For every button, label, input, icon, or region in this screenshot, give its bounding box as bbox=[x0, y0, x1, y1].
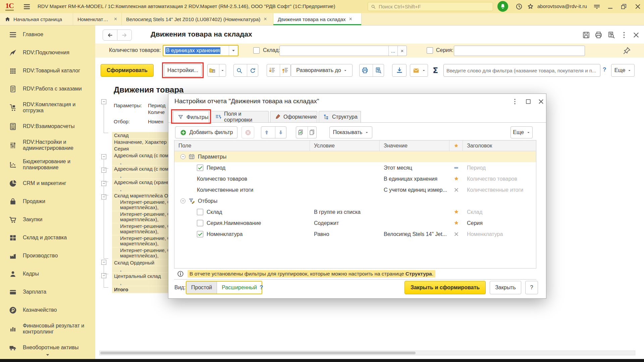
sidebar-item-treasury[interactable]: Казначейство bbox=[0, 301, 95, 319]
view-advanced-button[interactable]: Расширенный bbox=[217, 282, 262, 294]
sidebar-item-rdv-admin[interactable]: RDV:Настройки и администрирование bbox=[0, 135, 95, 155]
sidebar-item-rdv-shipping[interactable]: RDV:Комплектация и отгрузка bbox=[0, 98, 95, 117]
usage-cell[interactable] bbox=[449, 209, 463, 215]
check-all-button[interactable] bbox=[296, 127, 305, 138]
close-report-icon[interactable] bbox=[632, 31, 640, 39]
collapse-toggle-icon[interactable]: − bbox=[180, 198, 185, 203]
scrollbar-thumb[interactable] bbox=[100, 352, 416, 354]
uncheck-all-button[interactable] bbox=[308, 127, 316, 138]
sidebar-item-budgeting[interactable]: Бюджетирование и планирование bbox=[0, 155, 95, 174]
value-cell[interactable]: Велосипед Stels 14" Jet... bbox=[380, 231, 449, 237]
dialog-tab-filters[interactable]: Фильтры bbox=[173, 111, 209, 123]
sidebar-item-salary[interactable]: Зарплата bbox=[0, 283, 95, 301]
preview-button[interactable] bbox=[373, 64, 384, 76]
find-button[interactable] bbox=[234, 64, 245, 76]
sum-icon[interactable]: Σ bbox=[430, 65, 440, 75]
dialog-help-button[interactable]: ? bbox=[525, 281, 538, 294]
tab-2[interactable]: Велосипед Stels 14" Jet Z010 (LU087402) … bbox=[122, 13, 273, 25]
series-input[interactable] bbox=[454, 48, 585, 54]
sidebar-item-crm-marketing[interactable]: CRM и маркетинг bbox=[0, 174, 95, 192]
settings-row-selections-group[interactable]: −Отборы bbox=[174, 195, 536, 206]
main-menu-icon[interactable] bbox=[23, 3, 31, 11]
column-condition[interactable]: Условие bbox=[310, 140, 380, 151]
warehouse-checkbox[interactable] bbox=[253, 47, 260, 54]
settings-row-quantity-totals[interactable]: Количественные итогиС учетом единиц изме… bbox=[174, 184, 536, 195]
collapse-all-button[interactable] bbox=[280, 64, 290, 76]
sidebar-item-rdv-settlements[interactable]: RDV:Взаиморасчеты bbox=[0, 117, 95, 135]
tab-close-icon[interactable]: × bbox=[264, 16, 267, 22]
usage-cell[interactable] bbox=[449, 165, 463, 171]
tree-collapse-icon[interactable]: − bbox=[101, 260, 106, 265]
value-cell[interactable]: В единицах хранения bbox=[380, 176, 449, 182]
view-simple-button[interactable]: Простой bbox=[186, 282, 217, 294]
usage-cell[interactable] bbox=[449, 220, 463, 226]
sidebar-item-purchases[interactable]: Закупки bbox=[0, 210, 95, 229]
sidebar-item-sales[interactable]: Продажи bbox=[0, 192, 95, 210]
service-menu-icon[interactable] bbox=[593, 3, 601, 10]
warehouse-choose-button[interactable]: ... bbox=[388, 46, 397, 56]
dialog-tab-structure[interactable]: Структура bbox=[319, 111, 361, 122]
series-checkbox[interactable] bbox=[427, 47, 433, 54]
settings-row-warehouse[interactable]: СкладВ группе из спискаСклад bbox=[174, 206, 536, 218]
forward-button[interactable] bbox=[117, 29, 132, 41]
sidebar-item-rdv-connections[interactable]: RDV:Подключения bbox=[0, 44, 95, 62]
quick-filter-field[interactable] bbox=[443, 64, 600, 77]
global-search[interactable] bbox=[368, 2, 493, 11]
row-checkbox-checked[interactable] bbox=[197, 231, 203, 237]
settings-button[interactable]: Настройки... bbox=[164, 64, 202, 77]
print-icon[interactable] bbox=[594, 31, 603, 39]
usage-cell[interactable] bbox=[449, 176, 463, 182]
favorites-icon[interactable] bbox=[527, 3, 534, 10]
column-value[interactable]: Значение bbox=[380, 140, 449, 151]
sidebar-scroll-down-button[interactable] bbox=[0, 352, 95, 358]
dialog-tab-appearance[interactable]: Оформление bbox=[270, 111, 317, 122]
row-checkbox-checked[interactable] bbox=[197, 165, 203, 171]
tab-close-icon[interactable]: × bbox=[114, 16, 117, 22]
sidebar-item-warehouse-delivery[interactable]: Склад и доставка bbox=[0, 229, 95, 247]
save-result-button[interactable] bbox=[392, 64, 407, 77]
back-button[interactable] bbox=[103, 29, 117, 41]
pin-icon[interactable] bbox=[623, 46, 631, 55]
tree-collapse-icon[interactable]: − bbox=[101, 99, 106, 104]
sidebar-item-rdv-orders[interactable]: RDV:Работа с заказами bbox=[0, 80, 95, 98]
save-icon[interactable] bbox=[582, 31, 590, 39]
settings-row-nomenclature[interactable]: НоменклатураРавноВелосипед Stels 14" Jet… bbox=[174, 229, 536, 240]
sidebar-item-main[interactable]: Главное bbox=[0, 25, 95, 44]
more-button[interactable]: Еще bbox=[611, 64, 635, 77]
help-link[interactable]: ? bbox=[603, 66, 606, 73]
sidebar-item-production[interactable]: Производство bbox=[0, 247, 95, 265]
minimize-icon[interactable] bbox=[606, 3, 614, 10]
series-field[interactable] bbox=[454, 46, 585, 56]
tree-collapse-icon[interactable]: − bbox=[101, 154, 106, 159]
quantity-combobox[interactable]: В единицах хранения bbox=[163, 45, 238, 56]
expand-all-button[interactable] bbox=[267, 64, 277, 76]
move-up-button[interactable] bbox=[261, 127, 272, 138]
global-search-input[interactable] bbox=[378, 3, 490, 10]
tab-close-icon[interactable]: × bbox=[349, 16, 352, 22]
collapse-toggle-icon[interactable]: − bbox=[180, 154, 185, 159]
generate-button[interactable]: Сформировать bbox=[101, 64, 154, 77]
dialog-more-icon[interactable] bbox=[511, 98, 519, 105]
dialog-close-icon[interactable] bbox=[537, 98, 545, 105]
usage-cell[interactable] bbox=[449, 231, 463, 237]
close-button[interactable]: Закрыть bbox=[490, 281, 521, 294]
print-preview-icon[interactable] bbox=[607, 31, 615, 39]
value-cell[interactable]: Этот месяц bbox=[380, 165, 449, 171]
dialog-maximize-icon[interactable] bbox=[525, 98, 532, 105]
print-button[interactable] bbox=[360, 64, 370, 76]
combo-dropdown-button[interactable] bbox=[229, 46, 238, 56]
close-window-icon[interactable] bbox=[634, 3, 642, 10]
column-header[interactable]: Заголовок bbox=[463, 140, 536, 151]
tab-3-active[interactable]: Движения товара на складах× bbox=[273, 13, 362, 25]
horizontal-scrollbar[interactable] bbox=[99, 351, 635, 355]
column-usage[interactable] bbox=[449, 140, 463, 151]
dialog-more-button[interactable]: Еще bbox=[511, 126, 533, 138]
settings-row-period[interactable]: ПериодЭтот месяцПериод bbox=[174, 162, 536, 173]
structure-link[interactable]: Структура bbox=[406, 271, 432, 277]
settings-row-quantity[interactable]: Количество товаровВ единицах храненияКол… bbox=[174, 173, 536, 184]
find-next-button[interactable] bbox=[247, 64, 258, 76]
settings-row-series[interactable]: Серия.НаименованиеСодержитСерия bbox=[174, 218, 536, 229]
column-field[interactable]: Поле bbox=[174, 140, 310, 151]
notifications-button[interactable] bbox=[497, 1, 508, 12]
add-filter-button[interactable]: Добавить фильтр bbox=[175, 126, 237, 138]
